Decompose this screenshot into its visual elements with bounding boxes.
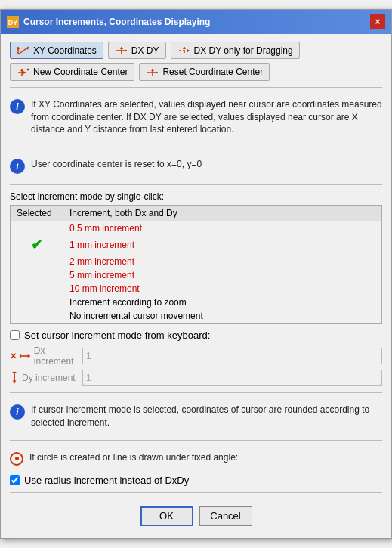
cursor-increments-dialog: DY Cursor Increments, Coordinates Displa… (0, 9, 392, 539)
separator-2 (10, 147, 382, 147)
table-cell-selected (11, 296, 63, 309)
svg-marker-15 (23, 71, 26, 74)
info-text-4: If circle is created or line is drawn un… (29, 451, 238, 464)
table-cell-label: 0.5 mm increment (63, 221, 382, 236)
xy-icon (17, 45, 30, 56)
circle-icon (10, 452, 23, 466)
info-box-3: i If cursor increment mode is selected, … (10, 399, 382, 434)
dxdy-button-label: DX DY (131, 45, 159, 56)
col-increment: Increment, both Dx and Dy (63, 206, 382, 221)
radius-checkbox[interactable] (10, 475, 20, 485)
dxdy-dragging-button[interactable]: DX DY only for Dragging (171, 42, 300, 59)
dxdy-drag-icon (177, 45, 191, 56)
reset-coord-icon (146, 67, 159, 78)
title-icon: DY (7, 16, 19, 28)
xy-button-label: XY Coordinates (33, 45, 97, 56)
table-row[interactable]: 2 mm increment (11, 255, 382, 268)
info-box-4: If circle is created or line is drawn un… (10, 447, 382, 470)
keyboard-checkbox[interactable] (10, 330, 20, 340)
col-selected: Selected (11, 206, 63, 221)
reset-coord-label: Reset Coordinate Center (162, 67, 263, 77)
svg-marker-9 (120, 47, 123, 49)
table-cell-selected (11, 309, 63, 324)
separator-6 (10, 492, 382, 493)
dxdy-button[interactable]: DX DY (108, 42, 166, 59)
svg-marker-13 (183, 47, 186, 49)
dx-arrow-icon (20, 351, 31, 361)
table-cell-label: 10 mm increment (63, 282, 382, 296)
cancel-button[interactable]: Cancel (199, 506, 252, 526)
dy-field-row: Dy increment (10, 370, 382, 386)
svg-marker-5 (17, 47, 20, 49)
svg-marker-28 (13, 381, 17, 384)
table-row[interactable]: Increment according to zoom (11, 296, 382, 309)
keyboard-checkbox-label[interactable]: Set cursor increment mode from keyboard: (24, 330, 210, 341)
new-coord-icon (17, 67, 30, 78)
info-text-3: If cursor increment mode is selected, co… (31, 404, 382, 429)
table-cell-label: 5 mm increment (63, 268, 382, 282)
table-row[interactable]: 10 mm increment (11, 282, 382, 296)
info-box-2: i User coordinate center is reset to x=0… (10, 153, 382, 178)
svg-marker-11 (187, 49, 190, 52)
section-label: Select increment mode by single-click: (10, 191, 382, 202)
table-row[interactable]: 5 mm increment (11, 268, 382, 282)
increment-table: Selected Increment, both Dx and Dy 0.5 m… (10, 205, 382, 324)
svg-marker-17 (20, 69, 23, 71)
dy-arrow-icon (10, 371, 19, 385)
info-icon-3: i (10, 404, 25, 420)
separator-3 (10, 184, 382, 185)
info-text-2: User coordinate center is reset to x=0, … (31, 158, 202, 171)
dx-label: ✕ Dx increment (10, 345, 78, 367)
info-icon-2: i (10, 159, 25, 174)
radius-checkbox-row: Use radius increment instead of DxDy (10, 475, 382, 486)
dy-label: Dy increment (10, 371, 78, 385)
circle-dot (15, 457, 19, 460)
table-cell-selected: ✔ (11, 235, 63, 255)
table-cell-selected (11, 221, 63, 236)
info-box-1: i If XY Coordinates are selected, values… (10, 94, 382, 141)
dxdy-dragging-label: DX DY only for Dragging (194, 45, 293, 56)
dialog-body: XY Coordinates DX DY (1, 34, 391, 538)
info-text-1: If XY Coordinates are selected, values d… (31, 98, 382, 136)
separator-4 (10, 392, 382, 393)
xy-coordinates-button[interactable]: XY Coordinates (10, 42, 103, 59)
title-bar: DY Cursor Increments, Coordinates Displa… (1, 10, 391, 34)
svg-marker-23 (151, 69, 154, 71)
keyboard-checkbox-row: Set cursor increment mode from keyboard: (10, 330, 382, 341)
table-row[interactable]: No incremental cursor movement (11, 309, 382, 324)
toolbar-row-1: XY Coordinates DX DY (10, 42, 382, 59)
svg-marker-7 (125, 49, 127, 52)
dx-field-label-text: Dx increment (34, 345, 78, 367)
bottom-buttons: OK Cancel (10, 499, 382, 531)
new-coord-label: New Coordinate Center (33, 67, 128, 77)
checkmark-icon: ✔ (31, 237, 42, 252)
dialog-title: Cursor Increments, Coordinates Displayin… (23, 17, 210, 27)
dx-input[interactable] (82, 348, 382, 364)
dy-input[interactable] (82, 370, 382, 386)
toolbar-row-2: New Coordinate Center Reset Coordinate C… (10, 63, 382, 81)
info-icon-1: i (10, 99, 25, 114)
ok-button[interactable]: OK (140, 506, 193, 526)
dxdy-icon (115, 45, 128, 56)
svg-text:DY: DY (8, 19, 18, 26)
table-cell-label: No incremental cursor movement (63, 309, 382, 324)
svg-marker-25 (28, 354, 30, 358)
table-cell-label: 2 mm increment (63, 255, 382, 268)
reset-coord-center-button[interactable]: Reset Coordinate Center (139, 63, 270, 81)
new-coord-center-button[interactable]: New Coordinate Center (10, 63, 134, 81)
svg-marker-21 (156, 71, 158, 74)
table-cell-selected (11, 282, 63, 296)
table-cell-selected (11, 268, 63, 282)
table-cell-label: Increment according to zoom (63, 296, 382, 309)
table-row[interactable]: ✔1 mm increment (11, 235, 382, 255)
dx-field-row: ✕ Dx increment (10, 345, 382, 367)
close-button[interactable]: × (370, 14, 385, 29)
radius-checkbox-label[interactable]: Use radius increment instead of DxDy (24, 475, 189, 486)
separator-1 (10, 87, 382, 88)
table-cell-selected (11, 255, 63, 268)
table-cell-label: 1 mm increment (63, 235, 382, 255)
dy-field-label-text: Dy increment (22, 373, 76, 383)
dx-x-icon: ✕ (10, 351, 17, 361)
table-row[interactable]: 0.5 mm increment (11, 221, 382, 236)
separator-5 (10, 440, 382, 441)
